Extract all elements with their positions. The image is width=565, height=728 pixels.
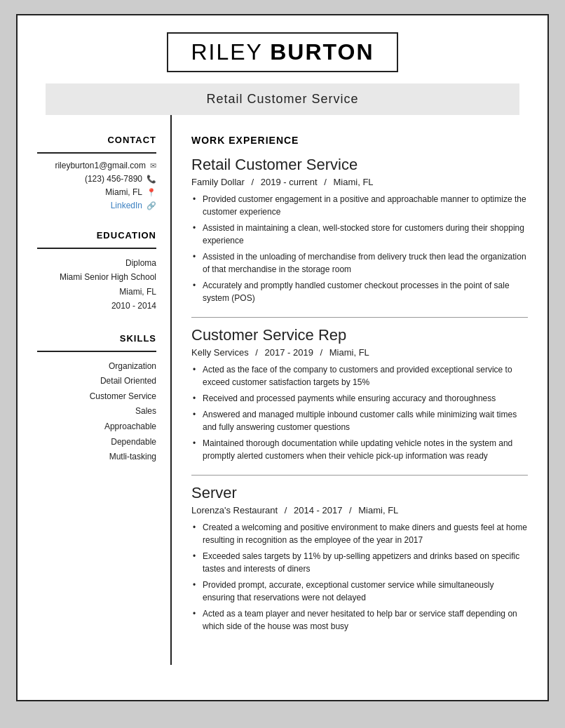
phone-text: (123) 456-7890 [85,174,142,184]
education-section: EDUCATION Diploma Miami Senior High Scho… [37,230,156,314]
skills-list: OrganizationDetail OrientedCustomer Serv… [37,359,156,465]
location-icon: 📍 [147,188,156,197]
list-item: Maintained thorough documentation while … [191,437,528,462]
job-meta: Lorenza's Restaurant / 2014 - 2017 / Mia… [191,505,528,515]
list-item: Assisted in maintaining a clean, well-st… [191,222,528,247]
job-title: Retail Customer Service [191,156,528,174]
body-layout: CONTACT rileyburton1@gmail.com ✉ (123) 4… [18,115,547,665]
education-degree: Diploma [37,256,156,270]
section-divider [191,317,528,318]
first-name: RILEY [191,39,270,65]
skill-item: Dependable [37,435,156,450]
skills-divider [37,351,156,352]
skill-item: Sales [37,404,156,419]
list-item: Exceeded sales targets by 11% by up-sell… [191,550,528,575]
skill-item: Mutli-tasking [37,450,156,465]
resume-header: RILEY BURTON Retail Customer Service [18,15,547,115]
contact-section: CONTACT rileyburton1@gmail.com ✉ (123) 4… [37,135,156,210]
job-meta: Family Dollar / 2019 - current / Miami, … [191,177,528,187]
jobs-container: Retail Customer ServiceFamily Dollar / 2… [191,156,528,633]
education-city: Miami, FL [37,285,156,299]
skill-item: Organization [37,359,156,375]
contact-heading: CONTACT [37,135,156,145]
skills-section: SKILLS OrganizationDetail OrientedCustom… [37,333,156,465]
contact-linkedin[interactable]: LinkedIn 🔗 [37,201,156,210]
skill-item: Customer Service [37,389,156,405]
list-item: Provided customer engagement in a positi… [191,193,528,218]
location-text: Miami, FL [105,187,142,197]
skill-item: Approachable [37,419,156,435]
list-item: Received and processed payments while en… [191,392,528,405]
skills-heading: SKILLS [37,333,156,344]
bullet-list: Created a welcoming and positive environ… [191,521,528,633]
job-section: Customer Service RepKelly Services / 201… [191,317,528,462]
linkedin-icon: 🔗 [147,201,156,210]
contact-divider [37,152,156,154]
last-name: BURTON [270,39,374,65]
job-title: Server [191,484,528,502]
skill-item: Detail Oriented [37,374,156,389]
sidebar: CONTACT rileyburton1@gmail.com ✉ (123) 4… [18,115,172,665]
list-item: Assisted in the unloading of merchandise… [191,250,528,276]
work-experience-heading: WORK EXPERIENCE [191,135,528,146]
bullet-list: Acted as the face of the company to cust… [191,363,528,462]
education-details: Diploma Miami Senior High School Miami, … [37,256,156,314]
education-years: 2010 - 2014 [37,299,156,313]
name-box: RILEY BURTON [167,32,397,72]
education-divider [37,248,156,249]
resume-container: RILEY BURTON Retail Customer Service CON… [16,14,549,701]
job-title: Customer Service Rep [191,326,528,344]
email-icon: ✉ [150,161,156,170]
list-item: Accurately and promptly handled customer… [191,279,528,304]
bullet-list: Provided customer engagement in a positi… [191,193,528,304]
list-item: Acted as a team player and never hesitat… [191,607,528,633]
email-text: rileyburton1@gmail.com [55,161,146,170]
section-divider [191,475,528,476]
education-heading: EDUCATION [37,230,156,241]
list-item: Provided prompt, accurate, exceptional c… [191,579,528,604]
job-section: ServerLorenza's Restaurant / 2014 - 2017… [191,475,528,633]
job-meta: Kelly Services / 2017 - 2019 / Miami, FL [191,347,528,358]
list-item: Answered and managed multiple inbound cu… [191,408,528,433]
contact-location: Miami, FL 📍 [37,187,156,197]
subtitle: Retail Customer Service [46,83,519,115]
list-item: Created a welcoming and positive environ… [191,521,528,546]
contact-phone: (123) 456-7890 📞 [37,174,156,184]
job-section: Retail Customer ServiceFamily Dollar / 2… [191,156,528,304]
list-item: Acted as the face of the company to cust… [191,363,528,389]
main-content: WORK EXPERIENCE Retail Customer ServiceF… [172,115,547,665]
education-school: Miami Senior High School [37,270,156,284]
phone-icon: 📞 [147,175,156,184]
linkedin-link[interactable]: LinkedIn [111,201,142,210]
contact-email: rileyburton1@gmail.com ✉ [37,161,156,170]
